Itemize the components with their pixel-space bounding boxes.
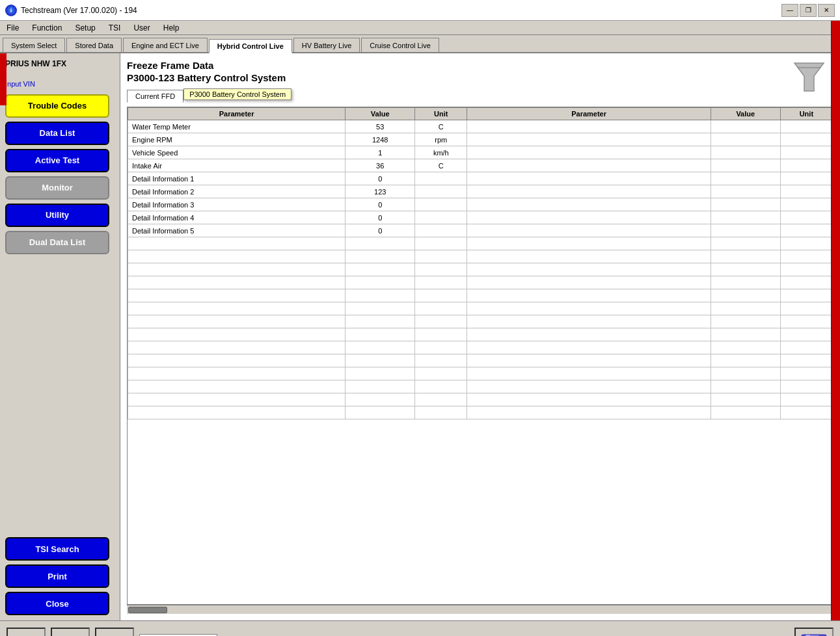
- right-unit-1: [780, 133, 832, 146]
- toolbar-icon-list[interactable]: [7, 628, 46, 637]
- menu-user[interactable]: User: [129, 22, 154, 34]
- dual-data-list-button[interactable]: Dual Data List: [5, 231, 109, 254]
- menu-tsi[interactable]: TSI: [105, 22, 125, 34]
- left-unit-21: [415, 393, 467, 406]
- tab-hybrid-control-live[interactable]: Hybrid Control Live: [209, 39, 292, 53]
- left-value-15: [345, 315, 415, 328]
- right-unit-16: [780, 328, 832, 341]
- right-unit-10: [780, 250, 832, 263]
- left-param-13: [128, 289, 345, 302]
- back-arrow-button[interactable]: [737, 634, 789, 637]
- left-unit-13: [415, 289, 467, 302]
- current-ffd-tab[interactable]: Current FFD: [127, 90, 183, 103]
- left-unit-8: [415, 224, 467, 237]
- left-value-6: 0: [345, 198, 415, 211]
- right-param-2: [467, 146, 711, 159]
- table-row: Intake Air 36 C: [128, 159, 833, 172]
- table-row: [128, 406, 833, 419]
- table-body: Water Temp Meter 53 C Engine RPM 1248 rp…: [128, 120, 833, 419]
- right-unit-13: [780, 289, 832, 302]
- menu-function[interactable]: Function: [28, 22, 66, 34]
- table-row: [128, 302, 833, 315]
- left-value-9: [345, 237, 415, 250]
- page-subtitle: P3000-123 Battery Control System: [127, 72, 833, 83]
- menu-file[interactable]: File: [3, 22, 23, 34]
- tab-hv-battery-live[interactable]: HV Battery Live: [293, 38, 360, 52]
- right-param-21: [467, 393, 711, 406]
- right-param-16: [467, 328, 711, 341]
- active-test-button[interactable]: Active Test: [5, 149, 109, 172]
- right-param-19: [467, 367, 711, 380]
- tab-stored-data[interactable]: Stored Data: [66, 38, 122, 52]
- left-unit-11: [415, 263, 467, 276]
- left-edge-decoration: [0, 53, 7, 105]
- left-value-3: 36: [345, 159, 415, 172]
- close-button-sidebar[interactable]: Close: [5, 592, 109, 615]
- menu-help[interactable]: Help: [159, 22, 183, 34]
- table-row: [128, 380, 833, 393]
- right-value-20: [711, 380, 780, 393]
- right-unit-6: [780, 198, 832, 211]
- trouble-codes-button[interactable]: Trouble Codes: [5, 94, 109, 118]
- right-value-21: [711, 393, 780, 406]
- scroll-thumb[interactable]: [128, 607, 167, 613]
- right-value-1: [711, 133, 780, 146]
- left-param-22: [128, 406, 345, 419]
- table-row: Detail Information 2 123: [128, 185, 833, 198]
- left-param-10: [128, 250, 345, 263]
- right-unit-7: [780, 211, 832, 224]
- right-param-8: [467, 224, 711, 237]
- horizontal-scrollbar[interactable]: [127, 605, 833, 614]
- table-row: [128, 237, 833, 250]
- data-table: Parameter Value Unit Parameter Value Uni…: [128, 107, 833, 419]
- monitor-button[interactable]: Monitor: [5, 176, 109, 200]
- table-row: [128, 276, 833, 289]
- left-param-18: [128, 354, 345, 367]
- left-value-21: [345, 393, 415, 406]
- right-value-17: [711, 341, 780, 354]
- app-logo: i: [5, 5, 17, 16]
- left-param-17: [128, 341, 345, 354]
- right-unit-11: [780, 263, 832, 276]
- table-row: [128, 367, 833, 380]
- save-button[interactable]: [794, 628, 833, 637]
- main-layout: PRIUS NHW 1FX Input VIN Trouble Codes Da…: [0, 53, 840, 620]
- vehicle-info: PRIUS NHW 1FX: [5, 59, 115, 70]
- menu-setup[interactable]: Setup: [71, 22, 99, 34]
- left-unit-1: rpm: [415, 133, 467, 146]
- left-param-20: [128, 380, 345, 393]
- right-value-19: [711, 367, 780, 380]
- toolbar-icon-pen[interactable]: [51, 628, 90, 637]
- right-value-4: [711, 172, 780, 185]
- data-list-button[interactable]: Data List: [5, 122, 109, 145]
- col-header-unit2: Unit: [780, 108, 832, 120]
- left-value-8: 0: [345, 224, 415, 237]
- tsi-search-button[interactable]: TSI Search: [5, 537, 109, 561]
- print-button[interactable]: Print: [5, 564, 109, 588]
- tab-system-select[interactable]: System Select: [3, 38, 65, 52]
- right-param-11: [467, 263, 711, 276]
- menu-bar: File Function Setup TSI User Help: [0, 21, 840, 35]
- tab-bar: System Select Stored Data Engine and ECT…: [0, 35, 840, 53]
- left-param-5: Detail Information 2: [128, 185, 345, 198]
- table-row: Engine RPM 1248 rpm: [128, 133, 833, 146]
- col-header-param1: Parameter: [128, 108, 345, 120]
- tab-engine-ect-live[interactable]: Engine and ECT Live: [123, 38, 208, 52]
- minimize-button[interactable]: —: [781, 4, 798, 17]
- right-unit-12: [780, 276, 832, 289]
- table-row: [128, 328, 833, 341]
- restore-button[interactable]: ❐: [800, 4, 817, 17]
- left-param-11: [128, 263, 345, 276]
- left-unit-18: [415, 354, 467, 367]
- right-value-3: [711, 159, 780, 172]
- utility-button[interactable]: Utility: [5, 204, 109, 227]
- close-button[interactable]: ✕: [818, 4, 835, 17]
- filter-funnel-icon[interactable]: [791, 60, 827, 96]
- tab-cruise-control-live[interactable]: Cruise Control Live: [361, 38, 439, 52]
- left-param-2: Vehicle Speed: [128, 146, 345, 159]
- left-unit-10: [415, 250, 467, 263]
- left-param-16: [128, 328, 345, 341]
- toolbar-icon-filter[interactable]: [95, 628, 134, 637]
- left-value-5: 123: [345, 185, 415, 198]
- left-unit-16: [415, 328, 467, 341]
